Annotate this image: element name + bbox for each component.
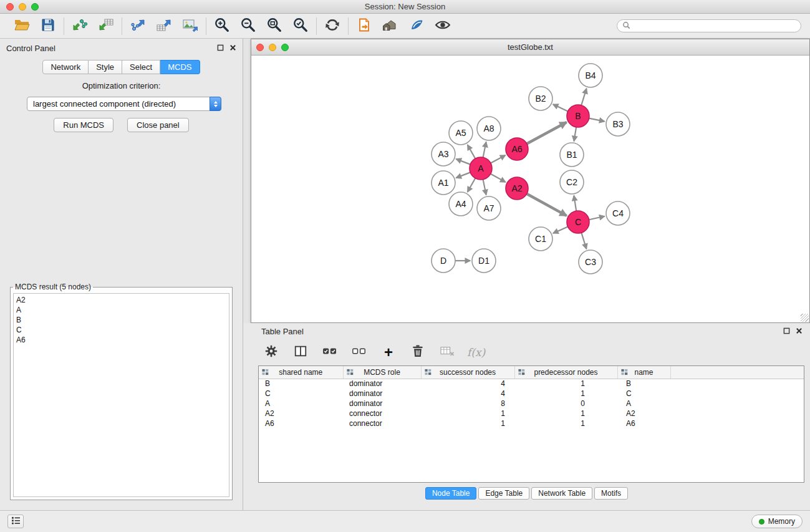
dropdown-stepper-icon[interactable] — [210, 97, 221, 111]
cell-successor-nodes[interactable]: 1 — [421, 409, 514, 418]
network-window-titlebar[interactable]: testGlobe.txt — [251, 39, 809, 56]
document-export-button[interactable] — [355, 17, 374, 36]
table-row[interactable]: Cdominator41C — [259, 389, 804, 399]
edge-A-A3[interactable] — [456, 159, 471, 165]
deselect-all-rows-button[interactable] — [350, 343, 369, 362]
cell-predecessor-nodes[interactable]: 1 — [514, 418, 617, 428]
cell-mcds-role[interactable]: connector — [343, 409, 421, 418]
edge-A6-B[interactable] — [527, 122, 567, 143]
create-column-button[interactable]: + — [379, 343, 398, 362]
network-zoom-button[interactable] — [281, 44, 289, 51]
table-row[interactable]: Bdominator41B — [259, 379, 804, 389]
cell-name[interactable]: A2 — [617, 409, 670, 418]
cell-successor-nodes[interactable]: 8 — [421, 399, 514, 409]
birds-eye-button[interactable] — [407, 17, 426, 36]
column-header-mcds-role[interactable]: MCDS role — [343, 366, 421, 379]
run-mcds-button[interactable]: Run MCDS — [54, 118, 113, 132]
edge-C-C4[interactable] — [589, 216, 605, 220]
tab-edge-table[interactable]: Edge Table — [478, 487, 529, 500]
edge-A-A7[interactable] — [483, 180, 486, 195]
cell-shared-name[interactable]: A — [259, 399, 343, 409]
cell-shared-name[interactable]: B — [259, 379, 343, 389]
cell-mcds-role[interactable]: dominator — [343, 379, 421, 389]
cell-name[interactable]: A6 — [617, 418, 670, 428]
tab-network[interactable]: Network — [42, 60, 89, 74]
close-window-button[interactable] — [6, 3, 14, 11]
column-header-shared-name[interactable]: shared name — [259, 366, 343, 379]
zoom-window-button[interactable] — [31, 3, 39, 11]
table-row[interactable]: Adominator80A — [259, 399, 804, 409]
edge-B-B1[interactable] — [574, 127, 577, 142]
mcds-result-list[interactable]: A2ABCA6 — [13, 293, 229, 497]
edge-C-C3[interactable] — [581, 233, 586, 249]
export-image-button[interactable] — [181, 17, 200, 36]
search-input[interactable] — [634, 22, 796, 31]
tab-network-table[interactable]: Network Table — [531, 487, 592, 500]
zoom-selected-button[interactable] — [291, 17, 310, 36]
cell-predecessor-nodes[interactable]: 1 — [514, 379, 617, 389]
zoom-in-button[interactable] — [213, 17, 231, 36]
cell-predecessor-nodes[interactable]: 1 — [514, 409, 617, 418]
cell-mcds-role[interactable]: dominator — [343, 389, 421, 399]
column-header-successor-nodes[interactable]: successor nodes — [421, 366, 514, 379]
export-network-button[interactable] — [128, 17, 147, 36]
network-canvas[interactable]: AA1A2A3A4A5A6A7A8BB1B2B3B4CC1C2C3C4DD1 — [251, 56, 809, 322]
cell-successor-nodes[interactable]: 4 — [421, 389, 514, 399]
cell-shared-name[interactable]: A2 — [259, 409, 343, 418]
window-resize-grip[interactable] — [801, 314, 809, 322]
edge-A-A6[interactable] — [491, 155, 506, 163]
select-all-rows-button[interactable] — [321, 343, 339, 362]
table-row[interactable]: A2connector11A2 — [259, 409, 804, 418]
tab-select[interactable]: Select — [122, 60, 160, 74]
delete-table-button[interactable] — [438, 343, 456, 362]
open-session-button[interactable] — [12, 17, 31, 36]
cell-successor-nodes[interactable]: 1 — [421, 418, 514, 428]
apply-layout-button[interactable] — [323, 17, 342, 36]
memory-button[interactable]: Memory — [751, 515, 803, 528]
tab-style[interactable]: Style — [89, 60, 122, 74]
edge-A-A8[interactable] — [483, 142, 486, 158]
minimize-window-button[interactable] — [19, 3, 26, 11]
tab-mcds[interactable]: MCDS — [160, 60, 200, 74]
network-minimize-button[interactable] — [269, 44, 276, 51]
cell-name[interactable]: B — [617, 379, 670, 389]
cell-successor-nodes[interactable]: 4 — [421, 379, 514, 389]
cell-mcds-role[interactable]: dominator — [343, 399, 421, 409]
zoom-out-button[interactable] — [239, 17, 258, 36]
float-panel-icon[interactable] — [217, 42, 224, 54]
cell-shared-name[interactable]: A6 — [259, 418, 343, 428]
network-graph[interactable]: AA1A2A3A4A5A6A7A8BB1B2B3B4CC1C2C3C4DD1 — [251, 56, 809, 322]
edge-A2-C[interactable] — [527, 194, 567, 216]
edge-A-A1[interactable] — [456, 172, 471, 178]
edge-B-B3[interactable] — [589, 118, 605, 122]
task-history-button[interactable] — [7, 515, 24, 528]
network-close-button[interactable] — [256, 44, 264, 51]
delete-columns-button[interactable] — [408, 343, 427, 362]
cell-mcds-role[interactable]: connector — [343, 418, 421, 428]
optimization-criterion-dropdown[interactable]: largest connected component (directed) — [27, 97, 221, 111]
tab-motifs[interactable]: Motifs — [594, 487, 628, 500]
zoom-fit-button[interactable] — [265, 17, 284, 36]
tab-node-table[interactable]: Node Table — [425, 487, 477, 500]
column-header-predecessor-nodes[interactable]: predecessor nodes — [514, 366, 617, 379]
cell-name[interactable]: A — [617, 399, 670, 409]
close-panel-button[interactable]: Close panel — [127, 118, 189, 132]
edge-C-C1[interactable] — [553, 226, 568, 233]
cell-predecessor-nodes[interactable]: 0 — [514, 399, 617, 409]
float-table-panel-icon[interactable] — [783, 326, 790, 337]
edge-B-B2[interactable] — [553, 104, 568, 111]
import-network-button[interactable] — [70, 17, 89, 36]
close-panel-icon[interactable] — [229, 42, 236, 54]
cell-predecessor-nodes[interactable]: 1 — [514, 389, 617, 399]
close-table-panel-icon[interactable] — [796, 326, 803, 337]
cell-shared-name[interactable]: C — [259, 389, 343, 399]
edge-C-C2[interactable] — [574, 196, 576, 211]
cell-name[interactable]: C — [617, 389, 670, 399]
show-details-button[interactable] — [433, 17, 452, 36]
edge-A-A5[interactable] — [468, 145, 475, 158]
save-session-button[interactable] — [39, 17, 57, 36]
welcome-screen-button[interactable] — [381, 17, 400, 36]
table-row[interactable]: A6connector11A6 — [259, 418, 804, 428]
table-settings-button[interactable] — [262, 343, 281, 362]
export-table-button[interactable] — [155, 17, 173, 36]
